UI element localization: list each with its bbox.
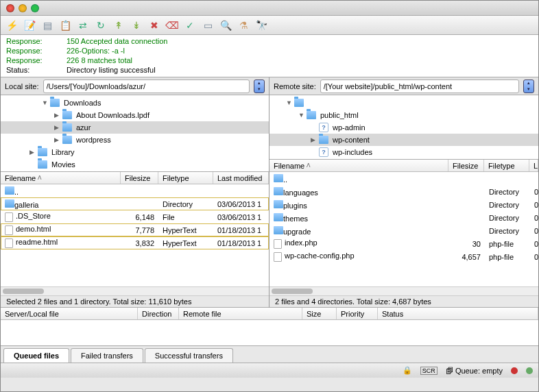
- col-size[interactable]: Size: [302, 308, 337, 319]
- page-icon[interactable]: ▭: [201, 19, 215, 32]
- remote-path-stepper[interactable]: ▴▾: [523, 79, 534, 93]
- file-size: 4,657: [449, 253, 485, 261]
- col-server-file[interactable]: Server/Local file: [1, 308, 138, 319]
- col-modified[interactable]: Last modified: [529, 160, 538, 171]
- remote-scrollbar[interactable]: [270, 286, 538, 295]
- maximize-button[interactable]: [31, 4, 39, 12]
- file-row[interactable]: ..: [270, 172, 538, 185]
- down-icon[interactable]: ↡: [130, 19, 143, 32]
- col-filename[interactable]: Filename: [274, 162, 304, 170]
- col-status[interactable]: Status: [378, 308, 538, 319]
- tree-row[interactable]: ▶Library: [1, 146, 269, 158]
- folder-icon: [50, 99, 60, 107]
- check-icon[interactable]: ✓: [183, 19, 197, 32]
- file-icon: [5, 238, 13, 248]
- queue-header[interactable]: Server/Local file Direction Remote file …: [1, 308, 538, 320]
- tab-successful-transfers[interactable]: Successful transfers: [145, 348, 233, 363]
- refresh-icon[interactable]: ↻: [94, 19, 108, 32]
- tree-row[interactable]: ▶azur: [1, 121, 269, 134]
- tree-row[interactable]: Movies: [1, 158, 269, 171]
- file-row[interactable]: index.php30php-file05/04/2007...: [270, 237, 538, 250]
- log-label: Response:: [6, 46, 54, 56]
- remote-dir-tree[interactable]: ▼▼public_html?wp-admin▶wp-content?wp-inc…: [270, 95, 538, 160]
- disclosure-triangle[interactable]: ▶: [29, 149, 36, 156]
- tree-label: wp-admin: [333, 123, 366, 132]
- minimize-button[interactable]: [19, 4, 27, 12]
- col-modified[interactable]: Last modified: [213, 172, 269, 184]
- tab-queued-files[interactable]: Queued files: [3, 348, 69, 363]
- file-row[interactable]: themesDirectory03/05/2013...: [270, 211, 538, 224]
- tree-row[interactable]: ▼public_html: [270, 109, 538, 121]
- file-name: upgrade: [283, 228, 311, 236]
- file-row[interactable]: pluginsDirectory03/05/2013...: [270, 198, 538, 211]
- local-status: Selected 2 files and 1 directory. Total …: [1, 295, 269, 308]
- file-row[interactable]: demo.html7,778HyperText01/18/2013 1: [1, 223, 269, 236]
- tree-row[interactable]: ?wp-admin: [270, 121, 538, 134]
- col-filename[interactable]: Filename: [5, 174, 36, 182]
- cancel-icon[interactable]: ✖: [147, 19, 161, 32]
- col-priority[interactable]: Priority: [337, 308, 378, 319]
- file-row[interactable]: wp-cache-config.php4,657php-file02/02/20…: [270, 250, 538, 263]
- file-row[interactable]: languagesDirectory01/18/2013...: [270, 185, 538, 198]
- folder-icon: [62, 136, 72, 144]
- local-path-input[interactable]: [43, 79, 250, 93]
- search-icon[interactable]: 🔍: [219, 19, 232, 32]
- transfer-tabs: Queued filesFailed transfersSuccessful t…: [1, 346, 538, 363]
- remote-site-label: Remote site:: [274, 82, 316, 90]
- col-remote-file[interactable]: Remote file: [179, 308, 302, 319]
- file-type: File: [158, 213, 213, 221]
- filter-icon[interactable]: ⚗: [237, 19, 250, 32]
- tree-row[interactable]: ▶About Downloads.lpdf: [1, 109, 269, 121]
- tree-row[interactable]: ▼: [270, 97, 538, 109]
- file-row[interactable]: .DS_Store6,148File03/06/2013 1: [1, 210, 269, 223]
- disclosure-triangle[interactable]: ▶: [54, 136, 61, 143]
- disclosure-triangle[interactable]: ▼: [42, 99, 49, 106]
- disclosure-triangle[interactable]: ▶: [54, 112, 61, 119]
- col-filetype[interactable]: Filetype: [484, 160, 529, 171]
- file-name: plugins: [283, 201, 307, 210]
- disclosure-triangle[interactable]: ▶: [311, 136, 318, 143]
- file-row[interactable]: galleriaDirectory03/06/2013 1: [1, 197, 269, 210]
- connect-icon[interactable]: ⚡: [5, 19, 19, 32]
- close-button[interactable]: [6, 4, 14, 12]
- tree-row[interactable]: ?wp-includes: [270, 146, 538, 158]
- file-icon: [274, 239, 282, 249]
- file-row[interactable]: upgradeDirectory01/18/2013...: [270, 224, 538, 237]
- status-bar: 🔒 SCR 🗐 Queue: empty: [1, 363, 538, 378]
- disclosure-triangle[interactable]: ▶: [54, 124, 61, 131]
- edit-icon[interactable]: 📝: [23, 19, 36, 32]
- clipboard-icon[interactable]: 📋: [58, 19, 72, 32]
- up-icon[interactable]: ↟: [112, 19, 125, 32]
- remote-file-list[interactable]: ..languagesDirectory01/18/2013...plugins…: [270, 172, 538, 286]
- tree-row[interactable]: ▶wordpress: [1, 134, 269, 146]
- list-icon[interactable]: ▤: [40, 19, 54, 32]
- tree-label: wordpress: [76, 136, 111, 144]
- local-path-stepper[interactable]: ▴▾: [254, 79, 265, 93]
- queue-list[interactable]: [1, 320, 538, 346]
- col-filetype[interactable]: Filetype: [158, 172, 213, 184]
- col-filesize[interactable]: Filesize: [121, 172, 158, 184]
- file-row[interactable]: readme.html3,832HyperText01/18/2013 1: [1, 236, 269, 249]
- tree-row[interactable]: ▼Downloads: [1, 97, 269, 109]
- remote-list-header[interactable]: Filename ᐱ Filesize Filetype Last modifi…: [270, 160, 538, 172]
- tab-failed-transfers[interactable]: Failed transfers: [71, 348, 143, 363]
- tree-label: About Downloads.lpdf: [76, 111, 149, 119]
- sync-icon[interactable]: ⇄: [76, 19, 90, 32]
- col-direction[interactable]: Direction: [138, 308, 179, 319]
- disclosure-triangle[interactable]: ▼: [286, 99, 293, 106]
- local-list-header[interactable]: Filename ᐱ Filesize Filetype Last modifi…: [1, 172, 269, 184]
- local-scrollbar[interactable]: [1, 286, 269, 295]
- remote-path-input[interactable]: [320, 79, 519, 93]
- binoculars-icon[interactable]: 🔭: [254, 19, 268, 32]
- disclosure-triangle[interactable]: ▼: [298, 112, 305, 119]
- col-filesize[interactable]: Filesize: [448, 160, 484, 171]
- file-modified: 03/06/2013 1: [213, 213, 269, 221]
- tree-row[interactable]: ▶wp-content: [270, 134, 538, 146]
- local-dir-tree[interactable]: ▼Downloads▶About Downloads.lpdf▶azur▶wor…: [1, 95, 269, 172]
- keyboard-icon: SCR: [420, 367, 438, 375]
- queue-indicator[interactable]: 🗐 Queue: empty: [446, 367, 503, 375]
- file-row[interactable]: ..: [1, 184, 269, 197]
- delete-icon[interactable]: ⌫: [165, 19, 179, 32]
- local-file-list[interactable]: ..galleriaDirectory03/06/2013 1.DS_Store…: [1, 184, 269, 286]
- sort-asc-icon: ᐱ: [307, 162, 310, 169]
